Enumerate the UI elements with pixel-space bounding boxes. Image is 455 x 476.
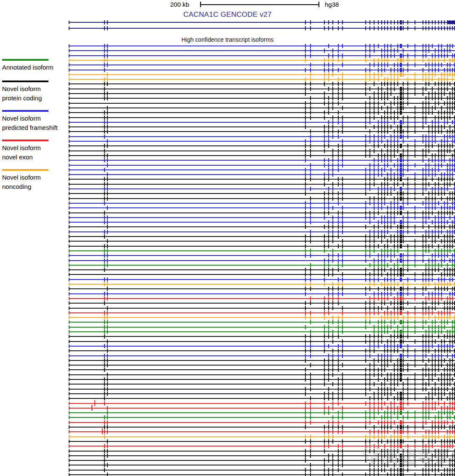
exon-tick — [428, 349, 429, 353]
exon-tick — [338, 449, 339, 453]
exon-tick — [444, 315, 445, 320]
exon-tick — [387, 253, 388, 258]
exon-tick — [415, 91, 415, 96]
row-start-cap — [69, 159, 70, 162]
exon-tick — [384, 116, 385, 120]
exon-tick — [369, 215, 370, 220]
exon-tick — [415, 116, 415, 120]
exon-tick — [423, 301, 423, 305]
exon-tick — [374, 82, 375, 86]
row-start-cap — [69, 59, 70, 62]
exon-tick — [107, 153, 108, 158]
exon-tick — [342, 82, 343, 86]
exon-tick — [441, 91, 442, 96]
exon-tick — [435, 116, 436, 120]
exon-tick — [365, 20, 366, 24]
exon-tick — [310, 473, 311, 476]
exon-tick — [403, 129, 404, 134]
row-start-cap — [69, 459, 70, 462]
exon-tick — [332, 73, 333, 77]
exon-tick — [397, 101, 398, 105]
exon-tick — [426, 63, 426, 67]
exon-tick — [447, 63, 448, 67]
exon-tick — [305, 101, 306, 105]
exon-tick — [447, 211, 448, 215]
exon-tick — [415, 325, 415, 329]
novel-exon-tick — [91, 405, 92, 411]
exon-tick — [369, 277, 370, 282]
exon-tick — [107, 444, 108, 448]
exon-tick — [452, 253, 453, 258]
isoform-row — [69, 165, 455, 166]
exon-tick — [384, 320, 385, 324]
exon-tick — [378, 153, 379, 158]
exon-tick — [369, 168, 370, 172]
exon-tick — [391, 125, 391, 129]
exon-tick — [369, 244, 370, 248]
exon-tick — [365, 325, 366, 329]
exon-tick — [423, 116, 423, 120]
exon-tick — [387, 373, 388, 377]
exon-tick — [310, 239, 311, 243]
isoform-row — [69, 50, 455, 51]
exon-tick — [381, 292, 382, 296]
exon-tick — [423, 125, 423, 129]
exon-tick — [104, 230, 105, 234]
exon-tick — [426, 263, 426, 267]
scale-bar-length-label: 200 kb — [170, 1, 189, 8]
exon-tick — [415, 387, 415, 391]
exon-tick — [338, 253, 339, 258]
row-start-cap — [69, 278, 70, 281]
exon-tick — [444, 220, 445, 224]
exon-tick — [310, 139, 311, 143]
exon-tick — [369, 134, 370, 139]
exon-tick — [450, 244, 450, 248]
exon-tick — [432, 120, 433, 124]
exon-tick — [444, 406, 445, 410]
legend-label: Novel isoformnoncoding — [2, 173, 41, 191]
exon-tick — [415, 153, 415, 158]
exon-tick — [384, 344, 385, 348]
exon-tick — [441, 82, 442, 86]
exon-tick — [452, 54, 453, 58]
exon-tick — [378, 120, 379, 124]
exon-tick — [447, 182, 448, 186]
exon-tick — [365, 311, 366, 315]
exon-tick — [381, 120, 382, 124]
exon-tick — [444, 287, 445, 291]
assembly-label: hg38 — [325, 1, 339, 8]
exon-tick — [450, 334, 450, 339]
exon-tick — [378, 420, 379, 425]
exon-tick — [332, 91, 333, 96]
exon-tick — [438, 26, 439, 30]
exon-tick — [378, 435, 379, 439]
exon-tick — [369, 172, 370, 177]
exon-tick — [305, 301, 306, 305]
exon-tick — [438, 354, 439, 358]
exon-tick — [438, 225, 439, 229]
exon-tick — [374, 272, 375, 277]
exon-tick — [342, 158, 343, 162]
exon-tick — [310, 463, 311, 467]
exon-tick — [444, 277, 445, 282]
exon-tick — [310, 439, 311, 444]
exon-tick — [397, 73, 398, 77]
exon-tick — [369, 87, 370, 91]
exon-tick — [387, 425, 388, 429]
exon-tick — [432, 63, 433, 67]
exon-tick — [432, 392, 433, 396]
exon-tick — [407, 411, 408, 415]
exon-tick — [365, 73, 366, 77]
exon-tick — [104, 77, 105, 81]
exon-tick — [107, 415, 108, 420]
exon-tick — [332, 20, 333, 24]
exon-tick — [328, 58, 329, 62]
exon-tick — [423, 158, 423, 162]
exon-tick — [438, 163, 439, 167]
exon-tick — [450, 406, 450, 410]
exon-tick — [452, 91, 453, 96]
exon-tick — [447, 82, 448, 86]
exon-tick — [452, 234, 453, 239]
exon-tick — [342, 239, 343, 243]
exon-tick — [397, 239, 398, 243]
